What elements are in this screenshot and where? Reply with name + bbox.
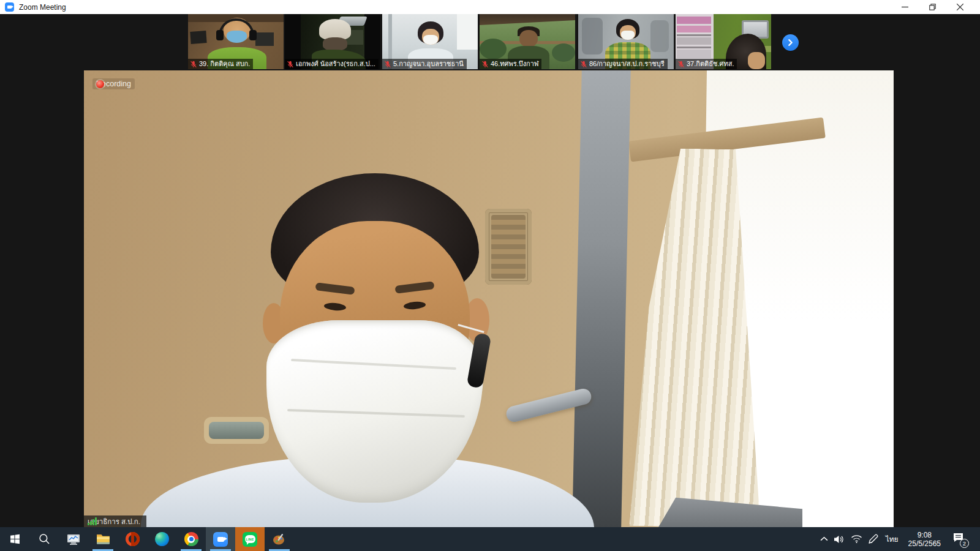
muted-mic-icon [677,61,685,68]
participant-thumbnail-3[interactable]: 5.กาญจนา.อุบลราชธานี [382,14,478,69]
wifi-button[interactable] [851,534,862,544]
window-titlebar: Zoom Meeting [0,0,980,14]
windows-logo-icon [10,534,20,544]
filmstrip-next-button[interactable] [782,34,799,51]
speaker-icon [834,534,845,544]
recording-indicator: Recording [92,78,135,89]
participant-thumbnail-4[interactable]: 46.ทศพร.บึงกาฬ [480,14,575,69]
office-button[interactable] [118,527,147,551]
action-center-button[interactable]: 2 [949,533,968,545]
close-button[interactable] [946,0,974,14]
edge-button[interactable] [147,527,176,551]
restore-button[interactable] [919,0,946,14]
muted-mic-icon [384,61,391,68]
windows-taskbar: LINE ไทย 9:08 25/5/2565 [0,527,980,551]
chevron-right-icon [787,39,794,46]
window-pillar [572,70,631,527]
line-taskbar-button[interactable]: LINE [235,527,265,551]
muted-mic-icon [481,61,489,68]
meeting-client-area: 39. กิตติคุณ สบก. เอกพงศ์ น้อสร้าง(รธก.ส… [0,14,980,527]
tray-overflow-button[interactable] [820,536,828,542]
chrome-button[interactable] [176,527,206,551]
pen-icon [868,534,878,544]
wifi-icon [851,534,862,544]
participant-thumbnail-5[interactable]: 86/กาญจนา/ส.ป.ก.ราชบุรี [578,14,674,69]
zoom-app-icon [5,2,14,12]
muted-mic-icon [580,61,587,68]
volume-button[interactable] [834,534,845,544]
signal-strength-icon [88,517,97,525]
paint-app-button[interactable] [265,527,294,551]
task-monitor-button[interactable] [59,527,88,551]
zoom-taskbar-button[interactable] [206,527,235,551]
system-tray: ไทย 9:08 25/5/2565 2 [820,527,980,551]
clock-date: 25/5/2565 [908,539,941,548]
screen: Zoom Meeting [0,0,980,551]
participant-label: 86/กาญจนา/ส.ป.ก.ราชบุรี [578,59,668,69]
edge-icon [155,532,169,546]
window-title: Zoom Meeting [19,3,66,12]
participant-thumbnail-2[interactable]: เอกพงศ์ น้อสร้าง(รธก.ส.ป... [285,14,380,69]
taskbar-clock[interactable]: 9:08 25/5/2565 [906,531,943,548]
muted-mic-icon [190,61,197,68]
participant-thumbnail-6[interactable]: 37.กิตติธัช.ศทส. [676,14,771,69]
file-explorer-button[interactable] [88,527,118,551]
participant-label: เอกพงศ์ น้อสร้าง(รธก.ส.ป... [285,59,379,69]
start-button[interactable] [0,527,29,551]
participant-label: 39. กิตติคุณ สบก. [188,59,253,69]
search-icon [39,533,50,545]
chrome-icon [184,532,198,546]
zoom-icon [213,532,228,547]
language-indicator[interactable]: ไทย [884,533,900,545]
chevron-up-icon [820,536,828,542]
active-speaker-video[interactable]: Recording เลขาธิการ ส.ป.ก. [84,70,894,527]
clock-time: 9:08 [908,531,941,539]
notification-badge: 2 [960,539,969,548]
participant-thumbnail-1[interactable]: 39. กิตติคุณ สบก. [188,14,284,69]
line-icon: LINE [243,532,257,547]
participant-label: 46.ทศพร.บึงกาฬ [480,59,541,69]
windows-ink-button[interactable] [868,534,878,544]
muted-mic-icon [287,61,294,68]
window-controls [891,0,974,14]
speaker-head [255,173,494,527]
recording-dot-icon [96,80,104,88]
minimize-button[interactable] [891,0,919,14]
face-mask [266,320,483,503]
system-monitor-icon [66,532,81,547]
office-icon [126,532,140,546]
participant-label: 5.กาญจนา.อุบลราชธานี [382,59,467,69]
file-explorer-icon [96,531,111,547]
paint-palette-icon [272,532,287,547]
search-button[interactable] [29,527,59,551]
participant-label: 37.กิตติธัช.ศทส. [676,59,737,69]
active-speaker-name-label: เลขาธิการ ส.ป.ก. [84,515,146,527]
